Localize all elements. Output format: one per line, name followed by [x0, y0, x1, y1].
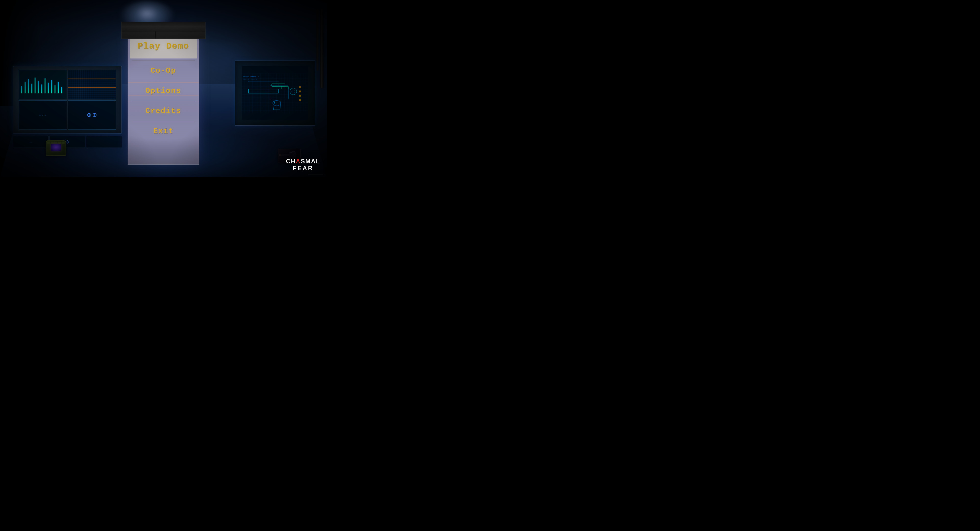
- svg-point-14: [299, 91, 301, 92]
- menu-panel: Play Demo Co-Op Options Credits Exit: [127, 32, 199, 165]
- waveform-bar: [55, 85, 56, 93]
- data-panel-row: ▪▪▪▪▪: [13, 136, 122, 148]
- credits-menu-item[interactable]: Credits: [128, 101, 199, 121]
- waveform-bar: [41, 85, 42, 93]
- circle-indicator-2: [93, 113, 97, 117]
- cable: [155, 31, 156, 38]
- co-op-menu-item[interactable]: Co-Op: [128, 61, 199, 81]
- data-circle: [66, 140, 69, 144]
- waveform-bar: [51, 80, 52, 93]
- waveform-display: [19, 76, 67, 93]
- device-body: [46, 140, 66, 156]
- logo-accent-a: A: [296, 158, 301, 165]
- scan-line: [68, 87, 116, 88]
- waveform-bar: [28, 80, 29, 93]
- co-op-label: Co-Op: [151, 66, 176, 75]
- waveform-bar: [21, 86, 22, 93]
- right-panel-area: WEAPON SCHEMATIC REV 3.2 | CLASS-B: [222, 57, 320, 136]
- device-ridges: [47, 142, 65, 144]
- svg-point-13: [299, 86, 301, 88]
- waveform-bar: [61, 87, 62, 93]
- truss-detail: [122, 22, 125, 22]
- pipe-right: [320, 9, 323, 89]
- svg-text:REV 3.2 | CLASS-B: REV 3.2 | CLASS-B: [243, 79, 257, 80]
- waveform-screen: [19, 70, 67, 99]
- waveform-bar: [32, 84, 32, 93]
- svg-point-16: [299, 99, 301, 101]
- data-text: ||||||||||||: [39, 114, 46, 116]
- left-monitor: ||||||||||||: [13, 66, 122, 134]
- game-logo: CHASMAL FEAR: [286, 158, 320, 172]
- svg-point-15: [299, 95, 301, 97]
- game-scene: |||||||||||| ▪▪▪▪▪: [0, 0, 327, 177]
- blueprint-content: WEAPON SCHEMATIC REV 3.2 | CLASS-B: [242, 66, 308, 120]
- grid-screen-1: [68, 70, 116, 99]
- menu-frame-top: [121, 22, 206, 33]
- waveform-bar: [35, 78, 35, 93]
- waveform-bar: [38, 81, 39, 93]
- circle-indicator-1: [87, 113, 91, 117]
- left-monitor-screen: ||||||||||||: [19, 70, 116, 130]
- blueprint-weapon-svg: WEAPON SCHEMATIC REV 3.2 | CLASS-B: [242, 66, 308, 120]
- svg-point-23: [279, 154, 281, 156]
- credits-label: Credits: [145, 107, 181, 115]
- waveform-bar: [45, 78, 45, 93]
- exit-label: Exit: [153, 127, 173, 136]
- floor-device-left: [46, 140, 66, 156]
- options-menu-item[interactable]: Options: [128, 81, 199, 101]
- data-screen-1: ||||||||||||: [19, 100, 67, 130]
- data-panel-3: [86, 136, 122, 148]
- logo-line-2: FEAR: [286, 165, 320, 172]
- waveform-bar: [58, 82, 59, 93]
- logo-line-1: CHASMAL: [286, 158, 320, 165]
- exit-menu-item[interactable]: Exit: [128, 121, 199, 141]
- svg-rect-22: [291, 151, 295, 153]
- options-label: Options: [145, 86, 181, 95]
- menu-frame-bottom: [121, 32, 206, 39]
- left-panel-area: |||||||||||| ▪▪▪▪▪: [6, 62, 130, 142]
- data-panel-text: ▪▪▪▪▪: [29, 141, 33, 143]
- svg-text:WEAPON SCHEMATIC: WEAPON SCHEMATIC: [243, 76, 259, 78]
- play-demo-label: Play Demo: [138, 41, 189, 51]
- truss-detail: [202, 22, 205, 22]
- waveform-bar: [48, 83, 49, 93]
- device-screen: [51, 144, 61, 151]
- indicator-screen: [68, 100, 116, 130]
- right-monitor: WEAPON SCHEMATIC REV 3.2 | CLASS-B: [235, 61, 315, 126]
- waveform-bar: [25, 82, 25, 93]
- data-panel-1: ▪▪▪▪▪: [13, 136, 49, 148]
